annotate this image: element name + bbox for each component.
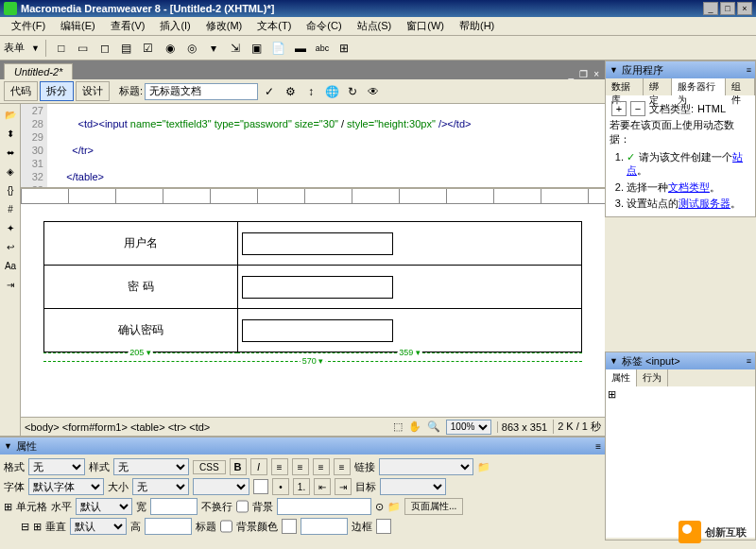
collapse-arrow-icon[interactable]: ▼: [610, 65, 618, 75]
cell-password-input[interactable]: [238, 266, 582, 309]
browser-check-icon[interactable]: ⚙: [281, 82, 300, 101]
form-table[interactable]: 用户名 密 码 确认密码: [43, 221, 582, 352]
jump-menu-icon[interactable]: ⇲: [226, 39, 245, 58]
checkbox-icon[interactable]: ☑: [139, 39, 158, 58]
css-button[interactable]: CSS: [193, 460, 226, 474]
collapse-arrow-icon[interactable]: ▼: [4, 441, 12, 451]
zoom-select[interactable]: 100%: [446, 420, 491, 435]
design-view-button[interactable]: 设计: [76, 81, 110, 101]
confirm-input[interactable]: [242, 319, 393, 342]
bg-point-icon[interactable]: ⊙: [375, 501, 384, 513]
tab-restore[interactable]: ❐: [577, 69, 590, 79]
align-justify-button[interactable]: ≡: [334, 458, 351, 475]
text-color-swatch[interactable]: [253, 479, 268, 494]
style-select[interactable]: 无: [113, 458, 189, 475]
code-view-button[interactable]: 代码: [4, 81, 38, 101]
tag-inspector-header[interactable]: ▼ 标签 <input> ≡: [606, 352, 755, 369]
cell-confirm-input[interactable]: [238, 309, 582, 352]
password-input[interactable]: [242, 276, 393, 299]
nowrap-checkbox[interactable]: [236, 498, 249, 515]
view-options-icon[interactable]: 👁: [364, 82, 383, 101]
hand-tool-icon[interactable]: ✋: [408, 420, 421, 433]
menu-insert[interactable]: 插入(I): [152, 17, 198, 35]
label-username[interactable]: 用户名: [44, 222, 238, 266]
font-select[interactable]: 默认字体: [28, 478, 104, 495]
size-select[interactable]: 无: [132, 478, 189, 495]
menu-modify[interactable]: 修改(M): [198, 17, 250, 35]
table-row[interactable]: 确认密码: [44, 309, 582, 352]
application-header[interactable]: ▼ 应用程序 ≡: [606, 61, 755, 78]
insert-category-dropdown[interactable]: ▼: [31, 43, 40, 53]
category-view-icon[interactable]: ⊞: [608, 388, 616, 401]
align-right-button[interactable]: ≡: [313, 458, 330, 475]
line-numbers-icon[interactable]: #: [2, 200, 19, 217]
table-row[interactable]: 用户名: [44, 222, 582, 266]
tab-bindings[interactable]: 绑定: [644, 78, 673, 95]
tab-attributes[interactable]: 属性: [606, 369, 637, 386]
bgcolor-input[interactable]: [301, 518, 348, 535]
align-left-button[interactable]: ≡: [271, 458, 288, 475]
menu-view[interactable]: 查看(V): [103, 17, 153, 35]
balance-braces-icon[interactable]: {}: [2, 181, 19, 198]
merge-cells-icon[interactable]: ⊟: [21, 521, 29, 533]
file-field-icon[interactable]: 📄: [269, 39, 288, 58]
link-folder-icon[interactable]: 📁: [477, 461, 490, 473]
border-swatch[interactable]: [376, 519, 391, 534]
select-tool-icon[interactable]: ⬚: [393, 420, 403, 433]
height-input[interactable]: [145, 518, 192, 535]
code-content[interactable]: <td><input name="textfield3" type="passw…: [47, 104, 605, 187]
ul-button[interactable]: •: [272, 478, 289, 495]
list-menu-icon[interactable]: ▾: [204, 39, 223, 58]
highlight-icon[interactable]: ✦: [2, 219, 19, 236]
preview-icon[interactable]: 🌐: [322, 82, 341, 101]
file-mgmt-icon[interactable]: ↕: [301, 82, 320, 101]
zoom-tool-icon[interactable]: 🔍: [427, 420, 440, 433]
tab-minimize[interactable]: _: [567, 69, 576, 79]
radio-icon[interactable]: ◉: [161, 39, 180, 58]
menu-help[interactable]: 帮助(H): [452, 17, 502, 35]
menu-site[interactable]: 站点(S): [350, 17, 400, 35]
menu-file[interactable]: 文件(F): [4, 17, 53, 35]
panel-menu-icon[interactable]: ≡: [747, 65, 751, 75]
properties-header[interactable]: ▼ 属性 ≡: [0, 437, 605, 455]
validate-icon[interactable]: ✓: [260, 82, 279, 101]
word-wrap-icon[interactable]: ↩: [2, 238, 19, 255]
tab-database[interactable]: 数据库: [606, 78, 644, 95]
tag-selector[interactable]: <body> <form#form1> <table> <tr> <td>: [25, 421, 393, 433]
doctype-link[interactable]: 文档类型: [668, 181, 710, 193]
textarea-icon[interactable]: ▤: [117, 39, 136, 58]
title-input[interactable]: [145, 83, 258, 100]
vert-select[interactable]: 默认: [70, 518, 127, 535]
menu-text[interactable]: 文本(T): [249, 17, 299, 35]
minimize-button[interactable]: _: [703, 2, 718, 15]
close-button[interactable]: ×: [737, 2, 752, 15]
auto-indent-icon[interactable]: ⇥: [2, 276, 19, 293]
document-tab[interactable]: Untitled-2*: [4, 63, 73, 79]
menu-commands[interactable]: 命令(C): [299, 17, 349, 35]
tab-close[interactable]: ×: [592, 69, 601, 79]
label-confirm[interactable]: 确认密码: [44, 309, 238, 352]
remove-button[interactable]: −: [630, 101, 645, 116]
expand-icon[interactable]: ⬌: [2, 144, 19, 161]
fieldset-icon[interactable]: ⊞: [335, 39, 353, 58]
refresh-icon[interactable]: ↻: [343, 82, 362, 101]
target-select[interactable]: [380, 478, 446, 495]
tab-components[interactable]: 组件: [726, 78, 755, 95]
outdent-button[interactable]: ⇤: [314, 478, 331, 495]
width-input[interactable]: [150, 498, 198, 515]
radio-group-icon[interactable]: ◎: [182, 39, 201, 58]
maximize-button[interactable]: □: [720, 2, 735, 15]
split-view-button[interactable]: 拆分: [40, 81, 74, 101]
table-row[interactable]: 密 码: [44, 266, 582, 309]
tag-inspector-body[interactable]: ⊞: [606, 386, 755, 538]
bgcolor-swatch[interactable]: [282, 519, 297, 534]
testserver-link[interactable]: 测试服务器: [679, 197, 730, 209]
size-unit-select[interactable]: [193, 478, 249, 495]
bg-input[interactable]: [277, 498, 371, 515]
panel-menu-icon[interactable]: ≡: [595, 441, 601, 452]
header-checkbox[interactable]: [220, 518, 232, 535]
format-select[interactable]: 无: [28, 458, 85, 475]
bold-button[interactable]: B: [230, 458, 247, 475]
collapse-arrow-icon[interactable]: ▼: [610, 356, 618, 366]
menu-window[interactable]: 窗口(W): [399, 17, 452, 35]
